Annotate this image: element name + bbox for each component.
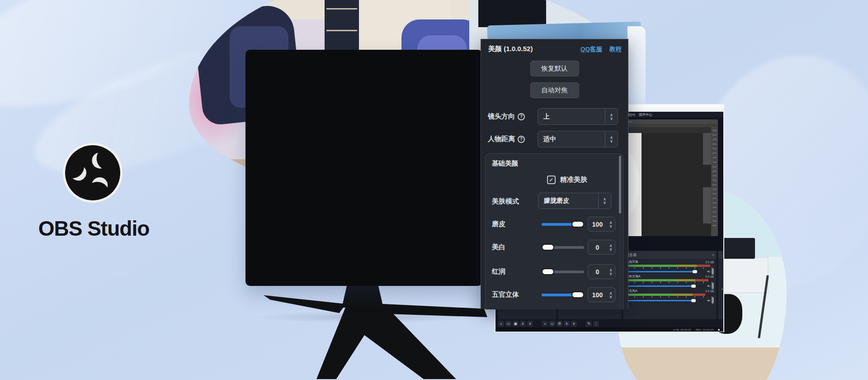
smoothing-slider[interactable] bbox=[542, 221, 584, 228]
slider-handle[interactable] bbox=[542, 268, 554, 275]
slider-handle[interactable] bbox=[571, 221, 584, 228]
source-down-button[interactable]: ∨ bbox=[571, 321, 577, 327]
chevron-down-icon[interactable]: ∨ bbox=[609, 247, 613, 251]
channel-db: 0.0 dB bbox=[705, 275, 714, 278]
person-distance-value: 适中 bbox=[538, 131, 605, 147]
remove-scene-button[interactable]: ▭ bbox=[505, 321, 511, 327]
scene-up-button[interactable]: ∧ bbox=[520, 321, 526, 327]
slider-handle[interactable] bbox=[571, 291, 584, 298]
facial-3d-label: 五官立体 bbox=[492, 290, 519, 299]
camera-direction-value: 上 bbox=[538, 109, 605, 124]
facial-3d-value: 100 bbox=[588, 291, 607, 299]
transitions-dock: 场景转场 ‹ bbox=[718, 251, 723, 319]
collapse-chevron-icon[interactable]: ‹ bbox=[722, 286, 723, 291]
studio-floor bbox=[618, 347, 787, 380]
chevron-down-icon[interactable]: ∨ bbox=[610, 117, 613, 120]
smoothing-slider-row: 磨皮 100 ∧∨ bbox=[486, 216, 623, 232]
facial-3d-value-box[interactable]: 100 ∧∨ bbox=[588, 287, 615, 302]
beauty-filter-panel: 美颜 (1.0.0.52) QQ客服 教程 恢复默认 自动对焦 镜头方向 ? 上… bbox=[481, 39, 628, 309]
shelf-line bbox=[326, 30, 357, 31]
spinner[interactable]: ∧∨ bbox=[598, 193, 611, 209]
camera-direction-select[interactable]: 上 ∧∨ bbox=[538, 108, 618, 125]
volume-slider[interactable] bbox=[626, 271, 705, 272]
monitor: OBS 29.1.3 - 配置文件: 未命名 - 场景: 未命名 文件(F) 编… bbox=[245, 50, 482, 286]
beauty-panel-title: 美颜 (1.0.0.52) bbox=[488, 45, 573, 53]
scrollbar-thumb[interactable] bbox=[619, 156, 621, 214]
skin-mode-value: 朦胧磨皮 bbox=[538, 193, 598, 209]
wall-tv bbox=[478, 0, 546, 27]
smoothing-label: 磨皮 bbox=[492, 220, 505, 228]
auto-focus-button[interactable]: 自动对焦 bbox=[530, 82, 579, 98]
shelf-line bbox=[326, 8, 357, 10]
person-distance-select[interactable]: 适中 ∧∨ bbox=[538, 131, 618, 147]
volume-slider[interactable] bbox=[626, 300, 705, 301]
vu-ticks bbox=[626, 282, 714, 283]
skin-mode-select[interactable]: 朦胧磨皮 ∧∨ bbox=[538, 193, 611, 209]
checkbox-checked[interactable]: ✓ bbox=[547, 176, 556, 184]
chevron-down-icon[interactable]: ∨ bbox=[603, 201, 606, 204]
person-distance-label: 人物距离 bbox=[488, 135, 515, 143]
restore-default-button[interactable]: 恢复默认 bbox=[530, 61, 579, 76]
desk-monitor bbox=[720, 238, 755, 259]
ps-canvas bbox=[642, 133, 711, 236]
whitening-slider-row: 美白 0 ∧∨ bbox=[486, 239, 623, 255]
volume-slider[interactable] bbox=[626, 285, 705, 287]
skin-mode-label: 美肤模式 bbox=[492, 197, 519, 206]
rosy-value: 0 bbox=[588, 268, 607, 276]
smoothing-value-box[interactable]: 100 ∧∨ bbox=[588, 217, 615, 232]
ps-layers-panel bbox=[703, 187, 711, 223]
rec-time: REC: 00:00:00 bbox=[696, 328, 713, 331]
spinner[interactable]: ∧∨ bbox=[605, 131, 618, 147]
chevron-down-icon[interactable]: ∨ bbox=[609, 295, 613, 299]
mixer-channel: 视频采集0.0 dB ◄) bbox=[623, 259, 716, 273]
source-properties-button[interactable]: ⚙ bbox=[557, 321, 562, 327]
rosy-slider[interactable] bbox=[542, 268, 584, 275]
vu-ticks bbox=[626, 267, 714, 269]
duplicate-scene-button[interactable]: ▣ bbox=[513, 321, 519, 327]
spinner[interactable]: ∧∨ bbox=[605, 109, 618, 124]
mixer-options-button[interactable]: ⋮ bbox=[593, 321, 599, 327]
help-icon[interactable]: ? bbox=[518, 113, 525, 120]
source-up-button[interactable]: ∧ bbox=[564, 321, 570, 327]
obs-logo bbox=[60, 140, 125, 205]
precise-skin-checkbox-row[interactable]: ✓ 精准美肤 bbox=[547, 176, 587, 184]
help-icon[interactable]: ? bbox=[518, 136, 525, 143]
whitening-slider[interactable] bbox=[542, 244, 584, 251]
chevron-down-icon[interactable]: ∨ bbox=[609, 272, 613, 276]
chevron-down-icon[interactable]: ∨ bbox=[609, 224, 613, 228]
speaker-icon[interactable]: ◄) bbox=[707, 270, 710, 273]
rosy-slider-row: 红润 0 ∧∨ bbox=[486, 264, 623, 279]
whitening-value-box[interactable]: 0 ∧∨ bbox=[588, 240, 615, 255]
fader-handle[interactable] bbox=[712, 297, 714, 304]
mixer-dock-header[interactable]: 混音器 ≡ bbox=[623, 251, 716, 259]
dock-menu-icon[interactable]: ≡ bbox=[712, 253, 714, 256]
mixer-filters-button[interactable]: ✎ bbox=[586, 321, 592, 327]
channel-db: 0.0 dB bbox=[705, 290, 714, 293]
vu-ticks bbox=[626, 296, 714, 298]
qq-support-link[interactable]: QQ客服 bbox=[580, 45, 602, 53]
scene-down-button[interactable]: ∨ bbox=[527, 321, 533, 327]
menu-item-plugin-center[interactable]: 插件中心 bbox=[639, 113, 652, 117]
add-source-button[interactable]: ＋ bbox=[542, 321, 548, 327]
rosy-label: 红润 bbox=[492, 267, 505, 276]
chevron-down-icon[interactable]: ∨ bbox=[610, 139, 613, 143]
ps-right-panel bbox=[711, 127, 718, 236]
precise-skin-label: 精准美肤 bbox=[560, 176, 587, 184]
basic-beauty-section: 基础美颜 ✓ 精准美肤 美肤模式 朦胧磨皮 ∧∨ 磨皮 100 ∧∨ 美白 0 … bbox=[485, 153, 623, 309]
facial-3d-slider[interactable] bbox=[542, 291, 584, 298]
channel-db: 0.0 dB bbox=[705, 261, 714, 264]
add-scene-button[interactable]: ＋ bbox=[498, 321, 504, 327]
ps-panel-block bbox=[703, 133, 711, 165]
slider-handle[interactable] bbox=[542, 244, 554, 251]
monitor-stand-left-arm bbox=[264, 294, 346, 313]
vu-meter bbox=[626, 265, 714, 267]
rosy-value-box[interactable]: 0 ∧∨ bbox=[588, 264, 615, 279]
tutorial-link[interactable]: 教程 bbox=[609, 45, 622, 53]
remove-source-button[interactable]: ▭ bbox=[549, 321, 555, 327]
speaker-icon[interactable]: ◄) bbox=[707, 285, 710, 287]
status-dot-icon bbox=[718, 329, 720, 331]
section-title: 基础美颜 bbox=[492, 159, 518, 168]
transitions-dock-header[interactable]: 场景转场 bbox=[718, 251, 723, 259]
smoothing-value: 100 bbox=[588, 221, 607, 228]
speaker-icon[interactable]: ◄) bbox=[707, 299, 710, 302]
